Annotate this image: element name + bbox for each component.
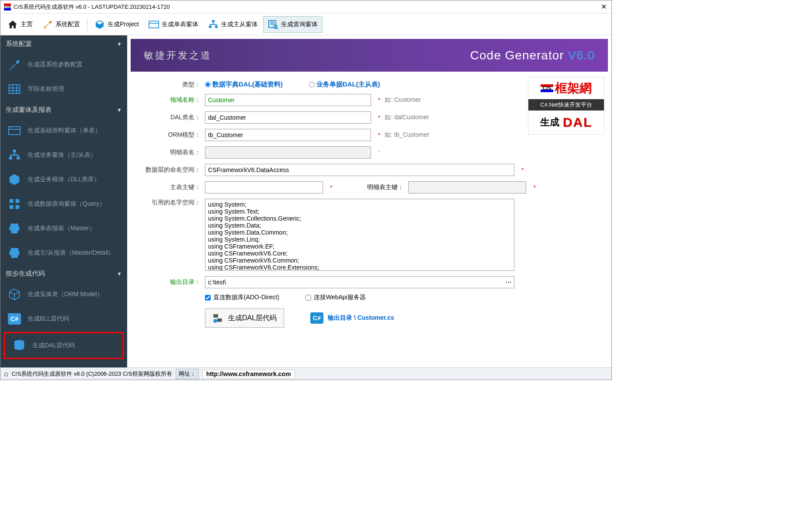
output-link[interactable]: C# 输出目录 \ Customer.cs: [310, 312, 394, 324]
sidebar-item-label: 生成实体类（ORM Model）: [28, 291, 103, 298]
main-toolbar: 主页 系统配置 生成Project 生成单表窗体 生成主从窗体 生成查询窗体: [0, 14, 611, 35]
app-icon: C/S: [4, 3, 11, 10]
sidebar-item-biz-module[interactable]: 生成业务模块（DLL类库）: [0, 167, 127, 192]
sidebar-item-biz-form[interactable]: 生成业务窗体（主/从表）: [0, 143, 127, 167]
svg-rect-30: [11, 254, 18, 258]
badge-bottom: 生成 DAL: [528, 111, 604, 134]
sidebar-item-dal[interactable]: 生成DAL层代码: [4, 332, 124, 359]
svg-rect-21: [10, 199, 14, 203]
svg-rect-25: [10, 224, 18, 226]
gear-icon: [212, 312, 224, 324]
svg-rect-16: [9, 127, 20, 135]
toolbar-gen-master[interactable]: 生成主从窗体: [204, 17, 262, 32]
sidebar-header-forms[interactable]: 生成窗体及报表 ▼: [0, 101, 127, 118]
required-marker: *: [330, 184, 332, 191]
checkbox-webapi-label: 连接WebApi服务器: [314, 294, 366, 301]
generate-button[interactable]: 生成DAL层代码: [205, 308, 284, 328]
toolbar-gen-project[interactable]: 生成Project: [90, 17, 143, 32]
orm-label: ORM模型：: [144, 131, 205, 139]
checkbox-ado[interactable]: 直连数据库(ADO-Direct): [205, 294, 279, 301]
sidebar-header-config[interactable]: 系统配置 ▼: [0, 35, 127, 52]
status-url[interactable]: http://www.csframework.com: [202, 370, 295, 378]
detail-table-label: 明细表名：: [144, 149, 205, 156]
titlebar: C/S C/S系统代码生成器软件 v6.0 - LASTUPDATE:20230…: [0, 0, 611, 14]
svg-rect-34: [213, 314, 218, 318]
output-link-text: 输出目录 \ Customer.cs: [328, 314, 394, 322]
sidebar-item-query-form[interactable]: 生成数据查询窗体（Query）: [0, 192, 127, 216]
window-icon: [7, 124, 21, 138]
svg-text:C#: C#: [313, 315, 321, 322]
printer-icon: [7, 221, 21, 235]
domain-input[interactable]: [205, 94, 371, 106]
banner-subtitle: 敏捷开发之道: [144, 49, 212, 62]
sidebar-header-config-label: 系统配置: [6, 40, 32, 48]
wrench-icon: [7, 58, 21, 72]
sidebar-item-label: 生成数据查询窗体（Query）: [28, 200, 105, 208]
type-radio-biz-label: 业务单据DAL(主从表): [316, 80, 380, 89]
type-radio-biz-input[interactable]: [309, 82, 315, 87]
toolbar-config[interactable]: 系统配置: [38, 17, 84, 32]
generate-button-label: 生成DAL层代码: [228, 314, 277, 323]
checkbox-webapi-input[interactable]: [305, 295, 311, 301]
home-icon: ⌂: [4, 370, 8, 378]
ns-input[interactable]: [205, 164, 514, 176]
close-icon[interactable]: ✕: [599, 3, 608, 11]
svg-rect-11: [9, 85, 20, 93]
svg-rect-3: [212, 20, 215, 22]
sidebar-item-label: 字段名称管理: [28, 85, 64, 93]
checkbox-webapi[interactable]: 连接WebApi服务器: [305, 294, 366, 301]
disabled-marker: *: [378, 149, 380, 156]
app-window: C/S C/S系统代码生成器软件 v6.0 - LASTUPDATE:20230…: [0, 0, 612, 380]
ns-label: 数据层的命名空间：: [144, 166, 205, 174]
chevron-down-icon: ▼: [117, 41, 122, 47]
type-radio-biz[interactable]: 业务单据DAL(主从表): [309, 80, 380, 89]
sidebar: 系统配置 ▼ 生成器系统参数配置 字段名称管理 生成窗体及报表 ▼ 生成基础资料…: [0, 35, 127, 367]
sidebar-item-sys-params[interactable]: 生成器系统参数配置: [0, 52, 127, 77]
sidebar-item-label: 生成器系统参数配置: [28, 61, 83, 69]
side-badge: C/S 框架網 C#.Net快速开发平台 生成 DAL: [528, 77, 604, 135]
type-radio-dict[interactable]: 数据字典DAL(基础资料): [205, 80, 283, 89]
statusbar: ⌂ C/S系统代码生成器软件 v6.0 (C)2006-2023 C/S框架网版…: [0, 367, 611, 380]
banner-title: Code Generator V6.0: [470, 48, 595, 62]
search-list-icon: [268, 19, 278, 30]
hierarchy-icon: [208, 19, 219, 30]
dal-name-input[interactable]: [205, 111, 371, 124]
content-area: 敏捷开发之道 Code Generator V6.0 C/S 框架網 C#.Ne…: [127, 35, 611, 367]
sidebar-header-step[interactable]: 按步生成代码 ▼: [0, 265, 127, 282]
sidebar-item-label: 生成基础资料窗体（单表）: [28, 127, 101, 135]
svg-rect-23: [10, 205, 14, 209]
badge-subtitle: C#.Net快速开发平台: [528, 99, 604, 111]
sidebar-item-label: 生成主/从报表（Master/Detail）: [28, 249, 114, 257]
svg-point-36: [213, 319, 217, 323]
sidebar-item-basic-form[interactable]: 生成基础资料窗体（单表）: [0, 118, 127, 143]
type-radio-dict-input[interactable]: [205, 82, 211, 87]
domain-hint: 如: Customer: [385, 96, 420, 104]
orm-input[interactable]: [205, 129, 371, 141]
svg-rect-20: [17, 157, 20, 159]
sidebar-header-forms-label: 生成窗体及报表: [6, 106, 52, 114]
svg-rect-18: [13, 150, 16, 152]
sidebar-item-master-report[interactable]: 生成主/从报表（Master/Detail）: [0, 241, 127, 265]
database-icon: [12, 339, 26, 353]
sidebar-item-field-names[interactable]: 字段名称管理: [0, 77, 127, 101]
sidebar-item-bll[interactable]: C# 生成BLL层代码: [0, 307, 127, 331]
detail-pk-label: 明细表主键：: [367, 183, 404, 191]
grid-icon: [7, 82, 21, 96]
toolbar-home[interactable]: 主页: [3, 17, 37, 32]
svg-text:C#: C#: [10, 315, 18, 322]
browse-button[interactable]: ···: [504, 277, 514, 287]
checkbox-ado-input[interactable]: [205, 295, 211, 301]
toolbar-gen-query[interactable]: 生成查询窗体: [263, 16, 323, 33]
svg-rect-4: [209, 26, 212, 28]
output-dir-label: 输出目录：: [144, 278, 205, 286]
ref-ns-textarea[interactable]: using System; using System.Text; using S…: [205, 199, 514, 271]
sidebar-item-label: 生成业务模块（DLL类库）: [28, 176, 100, 183]
pk-input[interactable]: [205, 181, 323, 194]
banner: 敏捷开发之道 Code Generator V6.0: [131, 39, 608, 72]
toolbar-gen-single[interactable]: 生成单表窗体: [144, 17, 203, 32]
output-dir-input[interactable]: [205, 276, 514, 288]
toolbar-gen-single-label: 生成单表窗体: [162, 21, 198, 28]
detail-pk-input: [408, 181, 526, 194]
sidebar-item-single-report[interactable]: 生成单表报表（Master）: [0, 216, 127, 241]
sidebar-item-orm[interactable]: 生成实体类（ORM Model）: [0, 282, 127, 307]
